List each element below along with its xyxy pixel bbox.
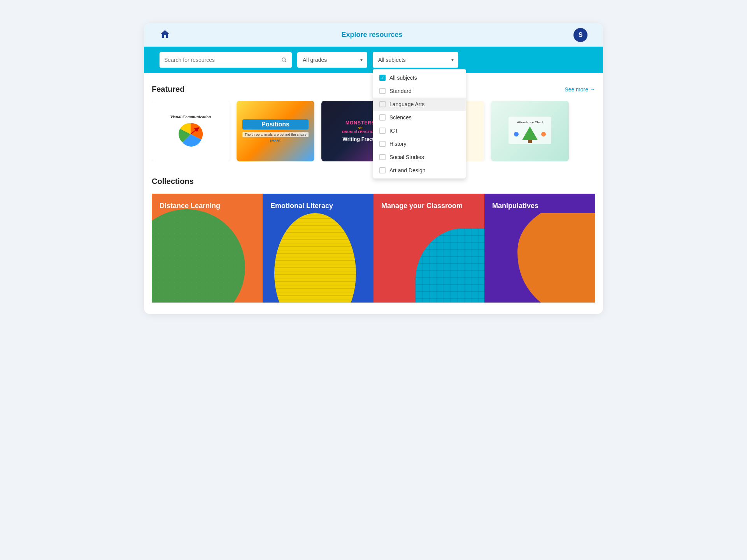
svg-point-0 <box>282 58 286 61</box>
manage-shape <box>416 228 484 302</box>
search-input[interactable] <box>164 57 281 63</box>
positions-label: Positions <box>242 119 309 130</box>
dropdown-label-social-studies: Social Studies <box>389 154 424 160</box>
dropdown-checkbox-standard <box>379 88 386 94</box>
featured-title: Featured <box>152 85 184 94</box>
dropdown-item-all-subjects[interactable]: All subjects <box>373 71 466 84</box>
dropdown-label-language-arts: Language Arts <box>389 101 424 107</box>
dropdown-label-ict: ICT <box>389 128 398 134</box>
dropdown-checkbox-sciences <box>379 114 386 121</box>
card-thumb-positions: Positions The three animals are behind t… <box>237 101 314 161</box>
dropdown-checkbox-language-arts <box>379 101 386 107</box>
dropdown-item-art-design[interactable]: Art and Design <box>373 164 466 177</box>
positions-subtitle: The three animals are behind the chairs <box>242 132 309 137</box>
card-thumb-attendance: Attendance Chart <box>491 101 569 161</box>
collections-section: Collections Distance Learning Emotional … <box>152 177 595 303</box>
dropdown-label-standard: Standard <box>389 88 412 94</box>
collection-emotional-label: Emotional Literacy <box>270 201 333 210</box>
distance-shape <box>152 209 245 303</box>
dropdown-checkbox-ict <box>379 128 386 134</box>
subject-dropdown: All subjects Standard Language Arts Scie… <box>373 69 466 179</box>
page-title: Explore resources <box>341 31 402 39</box>
collection-manipulatives[interactable]: Manipulatives <box>484 194 595 303</box>
dropdown-item-standard[interactable]: Standard <box>373 84 466 98</box>
dropdown-item-social-studies[interactable]: Social Studies <box>373 150 466 164</box>
dropdown-checkbox-history <box>379 141 386 147</box>
dropdown-item-sciences[interactable]: Sciences <box>373 111 466 124</box>
subject-select-wrapper: All subjects Standard Language Arts Scie… <box>373 52 458 68</box>
search-bar-area: All grades Kindergarten Grade 1 Grade 2 … <box>144 47 603 73</box>
card-attendance[interactable]: Attendance Chart Attendance A. Gigous <box>491 101 569 161</box>
svg-point-9 <box>541 132 546 136</box>
svg-text:Attendance Chart: Attendance Chart <box>517 121 543 124</box>
collection-manage-label: Manage your Classroom <box>381 201 463 210</box>
svg-rect-7 <box>528 140 532 143</box>
dropdown-label-history: History <box>389 141 407 147</box>
manipulatives-shape <box>517 213 595 303</box>
top-nav: Explore resources S <box>144 23 603 47</box>
grade-select[interactable]: All grades Kindergarten Grade 1 Grade 2 … <box>297 52 367 68</box>
dropdown-item-ict[interactable]: ICT <box>373 124 466 137</box>
collections-grid: Distance Learning Emotional Literacy Man… <box>152 194 595 303</box>
subject-select[interactable]: All subjects Standard Language Arts Scie… <box>373 52 458 68</box>
vc-title-text: Visual Communication <box>170 114 211 119</box>
card-positions[interactable]: Positions The three animals are behind t… <box>237 101 314 161</box>
arrow-right-icon: → <box>590 86 595 93</box>
collection-emotional[interactable]: Emotional Literacy <box>263 194 374 303</box>
smart-logo: SMART. <box>242 139 309 142</box>
dropdown-checkbox-social-studies <box>379 154 386 160</box>
collection-manage[interactable]: Manage your Classroom <box>374 194 484 303</box>
avatar[interactable]: S <box>573 28 587 42</box>
card-thumb-visual-comm: Visual Communication <box>152 101 230 161</box>
see-more-link[interactable]: See more → <box>565 86 595 93</box>
search-button[interactable] <box>281 57 287 63</box>
pie-chart <box>177 121 204 148</box>
dropdown-label-sciences: Sciences <box>389 114 412 121</box>
dropdown-item-language-arts[interactable]: Language Arts <box>373 98 466 111</box>
collection-manipulatives-label: Manipulatives <box>492 201 538 210</box>
attendance-chart: Attendance Chart <box>507 115 553 146</box>
collection-distance[interactable]: Distance Learning <box>152 194 263 303</box>
svg-point-8 <box>514 132 519 136</box>
dropdown-checkbox-art-design <box>379 167 386 173</box>
card-visual-comm[interactable]: Visual Communication <box>152 101 230 161</box>
collection-distance-label: Distance Learning <box>160 201 220 210</box>
dropdown-checkbox-all-subjects <box>379 75 386 81</box>
grade-select-wrapper: All grades Kindergarten Grade 1 Grade 2 … <box>297 52 367 68</box>
dropdown-label-art-design: Art and Design <box>389 167 426 173</box>
svg-line-1 <box>285 61 286 62</box>
emotional-shape-lines <box>274 213 356 303</box>
search-input-wrapper <box>160 52 292 68</box>
home-icon[interactable] <box>160 29 170 41</box>
dropdown-item-history[interactable]: History <box>373 137 466 150</box>
dropdown-label-all-subjects: All subjects <box>389 75 417 81</box>
